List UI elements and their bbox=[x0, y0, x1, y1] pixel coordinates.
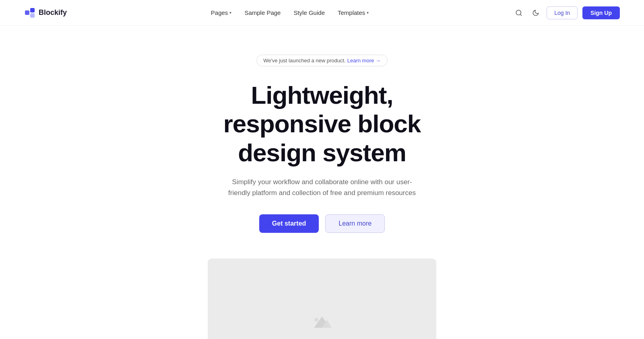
hero-image-placeholder bbox=[208, 259, 436, 339]
learn-more-button[interactable]: Learn more bbox=[325, 214, 385, 233]
image-placeholder-icon bbox=[312, 315, 332, 329]
announcement-text: We've just launched a new product. bbox=[263, 58, 346, 64]
logo-icon bbox=[24, 7, 35, 18]
chevron-down-icon: ▾ bbox=[367, 10, 369, 15]
search-button[interactable] bbox=[513, 7, 525, 19]
theme-toggle-button[interactable] bbox=[530, 7, 542, 19]
svg-line-4 bbox=[520, 14, 522, 15]
hero-title: Lightweight, responsive block design sys… bbox=[185, 81, 459, 167]
svg-rect-2 bbox=[30, 13, 35, 18]
signup-button[interactable]: Sign Up bbox=[582, 6, 620, 19]
nav-item-sample-page[interactable]: Sample Page bbox=[244, 9, 281, 16]
nav-item-pages[interactable]: Pages ▾ bbox=[211, 9, 232, 16]
navbar: Blockify Pages ▾ Sample Page Style Guide… bbox=[0, 0, 644, 26]
brand-name: Blockify bbox=[39, 8, 67, 17]
nav-item-style-guide[interactable]: Style Guide bbox=[293, 9, 325, 16]
nav-item-templates[interactable]: Templates ▾ bbox=[338, 9, 369, 16]
get-started-button[interactable]: Get started bbox=[259, 214, 319, 233]
announcement-link[interactable]: Learn more → bbox=[347, 58, 381, 64]
search-icon bbox=[515, 9, 522, 16]
logo[interactable]: Blockify bbox=[24, 7, 67, 18]
login-button[interactable]: Log In bbox=[547, 6, 578, 19]
chevron-down-icon: ▾ bbox=[229, 10, 231, 15]
svg-rect-0 bbox=[25, 10, 29, 15]
nav-actions: Log In Sign Up bbox=[513, 6, 620, 19]
svg-point-7 bbox=[314, 318, 318, 322]
moon-icon bbox=[532, 9, 539, 16]
nav-links: Pages ▾ Sample Page Style Guide Template… bbox=[211, 9, 369, 16]
hero-section: We've just launched a new product. Learn… bbox=[0, 26, 644, 339]
hero-subtitle: Simplify your workflow and collaborate o… bbox=[221, 177, 423, 198]
svg-rect-1 bbox=[30, 8, 35, 12]
announcement-banner: We've just launched a new product. Learn… bbox=[256, 55, 388, 66]
hero-buttons: Get started Learn more bbox=[259, 214, 385, 233]
